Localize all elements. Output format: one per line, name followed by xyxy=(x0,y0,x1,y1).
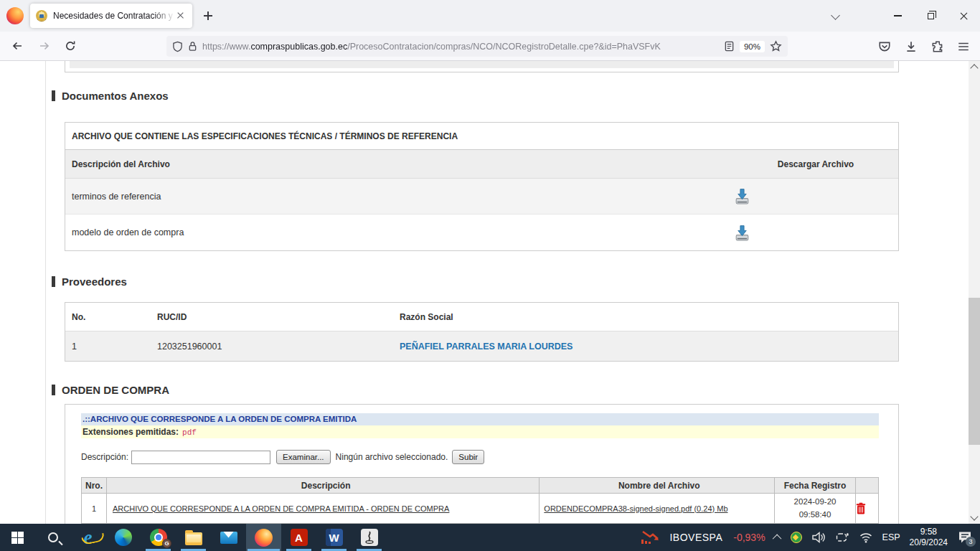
browser-titlebar: Necesidades de Contratación y xyxy=(0,0,980,32)
orden-table-header-row: Nro. Descripción Nombre del Archivo Fech… xyxy=(82,478,879,494)
proveedores-table: No. RUC/ID Razón Social 1 1203251960001 … xyxy=(65,302,899,362)
orden-banner: .::ARCHIVO QUE CORRESPONDE A LA ORDEN DE… xyxy=(81,413,879,425)
new-tab-button[interactable] xyxy=(201,9,215,23)
chrome-profile-badge: G xyxy=(162,539,171,548)
browser-tab[interactable]: Necesidades de Contratación y xyxy=(30,4,192,28)
word-icon: W xyxy=(326,529,343,546)
taskbar-word[interactable]: W xyxy=(316,524,352,551)
stock-widget-icon[interactable] xyxy=(640,529,660,545)
table-row: 1 ARCHIVO QUE CORRESPONDE A LA ORDEN DE … xyxy=(82,494,879,524)
zoom-level-button[interactable]: 90% xyxy=(740,41,765,52)
taskbar-java-app[interactable] xyxy=(352,524,387,551)
heading-bar xyxy=(52,276,55,287)
fecha-registro: 2024-09-20 09:58:40 xyxy=(775,494,856,524)
taskbar-edge[interactable] xyxy=(105,524,141,551)
page-scrollbar[interactable] xyxy=(969,61,980,524)
taskbar-firefox[interactable] xyxy=(246,524,281,551)
forward-button[interactable] xyxy=(34,36,55,56)
start-button[interactable] xyxy=(0,524,35,551)
proveedor-link[interactable]: PEÑAFIEL PARRALES MARIA LOURDES xyxy=(400,342,573,352)
browse-button[interactable]: Examinar... xyxy=(276,450,331,464)
section-heading-orden: ORDEN DE COMPRA xyxy=(52,384,169,396)
orden-de-compra-panel: .::ARCHIVO QUE CORRESPONDE A LA ORDEN DE… xyxy=(65,404,899,524)
taskbar-file-explorer[interactable] xyxy=(176,524,211,551)
heading-bar xyxy=(52,385,55,395)
acrobat-icon: A xyxy=(291,529,308,546)
notification-count-badge: 3 xyxy=(966,537,976,547)
stock-name[interactable]: IBOVESPA xyxy=(669,532,722,543)
menu-hamburger-icon[interactable] xyxy=(957,40,970,53)
taskbar-acrobat[interactable]: A xyxy=(281,524,316,551)
scroll-up-arrow-icon[interactable] xyxy=(970,64,978,72)
volume-icon[interactable] xyxy=(811,531,826,544)
language-indicator[interactable]: ESP xyxy=(882,532,900,542)
reload-button[interactable] xyxy=(60,36,80,56)
tray-expand-chevron-icon[interactable] xyxy=(772,534,781,543)
windows-taskbar: e G A W IBOVESPA -0,93% xyxy=(0,524,980,551)
delete-trash-icon[interactable] xyxy=(856,502,866,514)
no-file-text: Ningún archivo seleccionado. xyxy=(336,452,448,462)
table-row: terminos de referencia xyxy=(65,179,898,215)
documentos-header-row: Descripción del Archivo Descargar Archiv… xyxy=(65,150,898,179)
descripcion-input[interactable] xyxy=(131,451,270,464)
tab-title: Necesidades de Contratación y xyxy=(53,11,175,21)
upload-form: Descripción: Examinar... Ningún archivo … xyxy=(81,449,484,465)
taskbar-internet-explorer[interactable]: e xyxy=(70,524,105,551)
previous-section-partial xyxy=(65,61,899,72)
cast-icon[interactable] xyxy=(835,532,849,543)
java-app-icon xyxy=(361,529,378,546)
section-heading-documentos: Documentos Anexos xyxy=(52,90,169,102)
windows-logo-icon xyxy=(11,532,24,544)
url-bar[interactable]: https://www.compraspublicas.gob.ec/Proce… xyxy=(166,36,788,57)
site-favicon-icon xyxy=(36,10,47,22)
taskbar-chrome[interactable]: G xyxy=(141,524,176,551)
firefox-icon xyxy=(255,529,273,547)
downloads-icon[interactable] xyxy=(905,40,918,53)
taskbar-search-button[interactable] xyxy=(35,524,70,551)
pocket-icon[interactable] xyxy=(878,40,891,53)
orden-desc-link[interactable]: ARCHIVO QUE CORRESPONDE A LA ORDEN DE CO… xyxy=(113,504,449,513)
window-close-button[interactable] xyxy=(947,0,980,32)
search-icon xyxy=(48,532,58,542)
table-row: modelo de orden de compra xyxy=(65,215,898,250)
extensions-puzzle-icon[interactable] xyxy=(931,40,944,53)
scroll-down-arrow-icon[interactable] xyxy=(970,512,978,520)
page-left-border xyxy=(45,61,46,524)
taskbar-clock[interactable]: 9:58 20/9/2024 xyxy=(910,527,948,548)
lock-icon[interactable] xyxy=(188,41,197,52)
url-text[interactable]: https://www.compraspublicas.gob.ec/Proce… xyxy=(202,42,719,52)
page-content: Documentos Anexos ARCHIVO QUE CONTIENE L… xyxy=(0,61,980,524)
orden-file-link[interactable]: ORDENDECOMPRA38-signed-signed.pdf (0.24)… xyxy=(544,504,727,513)
firefox-view-icon[interactable] xyxy=(6,7,24,24)
taskbar-mail[interactable] xyxy=(211,524,246,551)
window-minimize-button[interactable] xyxy=(881,0,914,32)
shield-icon[interactable] xyxy=(172,41,183,52)
heading-bar xyxy=(52,90,55,101)
wifi-icon[interactable] xyxy=(859,532,873,543)
reader-mode-icon[interactable] xyxy=(724,41,735,52)
tray-antivirus-icon[interactable] xyxy=(791,532,802,543)
upload-button[interactable]: Subir xyxy=(452,450,484,464)
mail-icon xyxy=(220,532,237,544)
stock-change[interactable]: -0,93% xyxy=(733,532,765,543)
scrollbar-thumb[interactable] xyxy=(969,298,980,445)
descripcion-label: Descripción: xyxy=(81,452,128,462)
back-button[interactable] xyxy=(7,36,27,56)
window-restore-button[interactable] xyxy=(914,0,947,32)
edge-icon xyxy=(115,529,132,546)
tab-close-icon[interactable] xyxy=(175,10,187,22)
orden-files-table: Nro. Descripción Nombre del Archivo Fech… xyxy=(81,477,879,524)
documentos-table: ARCHIVO QUE CONTIENE LAS ESPECIFICACIONE… xyxy=(65,122,899,251)
section-heading-proveedores: Proveedores xyxy=(52,276,127,288)
browser-toolbar: https://www.compraspublicas.gob.ec/Proce… xyxy=(0,32,980,61)
tab-list-chevron-icon[interactable] xyxy=(831,11,840,20)
documentos-table-title: ARCHIVO QUE CONTIENE LAS ESPECIFICACIONE… xyxy=(65,123,898,150)
bookmark-star-icon[interactable] xyxy=(770,40,782,52)
download-file-icon[interactable] xyxy=(733,224,751,242)
table-row: 1 1203251960001 PEÑAFIEL PARRALES MARIA … xyxy=(65,331,898,361)
notification-center-button[interactable]: 3 xyxy=(957,530,973,545)
extensiones-bar: Extensiones pemitidas:pdf xyxy=(81,425,879,438)
file-explorer-icon xyxy=(185,532,202,545)
download-file-icon[interactable] xyxy=(733,187,751,205)
proveedores-header-row: No. RUC/ID Razón Social xyxy=(65,303,898,331)
